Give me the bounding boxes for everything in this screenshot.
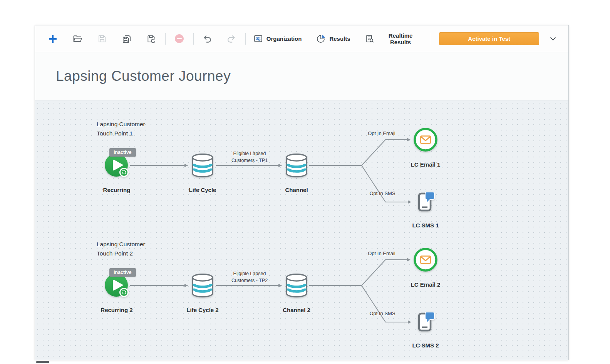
sms-edge-label: Opt In SMS bbox=[369, 190, 395, 196]
toolbar-divider bbox=[193, 33, 194, 45]
touch-point-label: Lapsing Customer Touch Point 1 bbox=[97, 120, 145, 138]
open-button[interactable] bbox=[71, 33, 84, 45]
results-button[interactable]: Results bbox=[316, 34, 350, 43]
node-caption: Recurring bbox=[78, 187, 155, 193]
email-icon bbox=[413, 247, 438, 272]
realtime-results-label: Realtime Results bbox=[378, 32, 423, 45]
sms-icon bbox=[413, 310, 438, 334]
status-badge: Inactive bbox=[109, 148, 136, 157]
database-icon bbox=[191, 273, 215, 298]
node-caption: Life Cycle 2 bbox=[164, 307, 241, 313]
email-node[interactable] bbox=[413, 127, 438, 152]
undo-button[interactable] bbox=[201, 33, 214, 45]
open-folder-icon bbox=[72, 33, 83, 44]
node-caption: LC SMS 2 bbox=[387, 342, 464, 349]
toolbar-divider bbox=[245, 33, 246, 45]
expand-menu-button[interactable] bbox=[547, 33, 559, 45]
program-window: Organization Results Realtime Results bbox=[35, 25, 569, 360]
database-icon bbox=[285, 273, 308, 298]
node-caption: Life Cycle bbox=[164, 187, 241, 193]
save-copy-icon bbox=[122, 34, 132, 44]
delete-button[interactable] bbox=[173, 33, 186, 45]
minus-circle-icon bbox=[174, 33, 184, 44]
save-button[interactable] bbox=[96, 33, 108, 45]
lifecycle-node[interactable] bbox=[191, 273, 215, 298]
filter-edge-label: Eligible Lapsed Customers - TP2 bbox=[231, 270, 268, 284]
undo-icon bbox=[202, 33, 213, 44]
organization-label: Organization bbox=[266, 35, 302, 42]
database-icon bbox=[285, 153, 308, 178]
save-version-icon bbox=[146, 34, 156, 44]
touch-point-label: Lapsing Customer Touch Point 2 bbox=[97, 240, 145, 258]
sms-node[interactable] bbox=[413, 190, 438, 214]
save-icon bbox=[97, 34, 107, 44]
title-bar: Lapsing Customer Journey bbox=[35, 52, 568, 100]
email-node[interactable] bbox=[413, 247, 438, 272]
page-title: Lapsing Customer Journey bbox=[56, 68, 231, 84]
node-caption: Channel bbox=[258, 187, 335, 193]
journey-canvas[interactable]: Lapsing Customer Touch Point 1 Inactive … bbox=[35, 100, 568, 360]
redo-icon bbox=[226, 33, 236, 44]
save-version-button[interactable] bbox=[145, 33, 158, 45]
add-icon bbox=[47, 33, 58, 44]
activate-in-test-button[interactable]: Activate in Test bbox=[439, 32, 539, 45]
sms-node[interactable] bbox=[413, 310, 438, 334]
h-scrollbar-thumb[interactable] bbox=[36, 361, 49, 363]
node-caption: Channel 2 bbox=[258, 307, 335, 313]
realtime-results-button[interactable]: Realtime Results bbox=[365, 32, 424, 45]
email-edge-label: Opt In Email bbox=[368, 130, 395, 136]
node-caption: LC SMS 1 bbox=[387, 222, 464, 229]
email-edge-label: Opt In Email bbox=[368, 250, 395, 256]
email-icon bbox=[413, 127, 438, 152]
journey-row-1: Lapsing Customer Touch Point 1 Inactive … bbox=[35, 100, 568, 239]
organization-button[interactable]: Organization bbox=[253, 34, 302, 43]
results-icon bbox=[316, 34, 326, 43]
filter-edge-label: Eligible Lapsed Customers - TP1 bbox=[231, 150, 268, 164]
lifecycle-node[interactable] bbox=[191, 153, 215, 178]
toolbar-divider bbox=[431, 33, 431, 45]
results-label: Results bbox=[329, 35, 350, 42]
chevron-down-icon bbox=[549, 35, 557, 43]
new-button[interactable] bbox=[47, 33, 59, 45]
toolbar: Organization Results Realtime Results bbox=[35, 25, 568, 52]
realtime-results-icon bbox=[365, 34, 374, 43]
database-icon bbox=[191, 153, 215, 178]
node-caption: LC Email 2 bbox=[387, 281, 464, 288]
sms-edge-label: Opt In SMS bbox=[369, 311, 395, 316]
channel-node[interactable] bbox=[285, 273, 308, 298]
status-badge: Inactive bbox=[109, 268, 136, 277]
redo-button[interactable] bbox=[225, 33, 238, 45]
save-copy-button[interactable] bbox=[121, 33, 133, 45]
organization-icon bbox=[253, 34, 263, 43]
channel-node[interactable] bbox=[285, 153, 308, 178]
node-caption: LC Email 1 bbox=[387, 161, 464, 168]
journey-row-2: Lapsing Customer Touch Point 2 Inactive … bbox=[35, 220, 568, 359]
toolbar-divider bbox=[165, 33, 166, 45]
sms-icon bbox=[413, 190, 438, 214]
node-caption: Recurring 2 bbox=[78, 307, 155, 313]
